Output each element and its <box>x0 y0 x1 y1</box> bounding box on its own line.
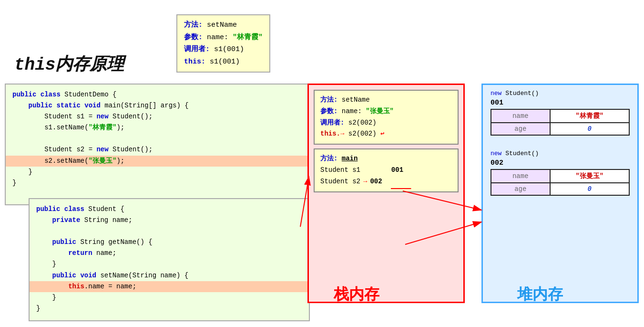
heap-obj1-name-value: "林青霞" <box>550 109 629 123</box>
heap-obj1-header: new Student() <box>491 90 630 97</box>
heap-obj2-name-label: name <box>491 169 550 183</box>
heap-obj2-header: new Student() <box>491 150 630 157</box>
heap-box: new Student() 001 name "林青霞" age 0 new S… <box>481 84 639 303</box>
code-line: s1.setName("林青霞"); <box>12 122 302 133</box>
title-this: this内存原理 <box>14 55 124 75</box>
code-line: } <box>36 303 302 314</box>
heap-label: 堆内存 <box>517 284 563 305</box>
tooltip-box: 方法: setName 参数: name: "林青霞" 调用者: s1(001)… <box>176 14 270 73</box>
code-line: } <box>36 292 302 303</box>
code-line: return name; <box>36 248 302 259</box>
heap-obj1-id: 001 <box>491 99 630 107</box>
heap-obj1: new Student() 001 name "林青霞" age 0 <box>491 90 630 136</box>
code-line: public String getName() { <box>36 237 302 248</box>
code-line <box>36 226 302 237</box>
code-line: Student s1 = new Student(); <box>12 111 302 122</box>
code-line: public class Student { <box>36 204 302 215</box>
tooltip-line3: 调用者: s1(001) <box>184 43 263 56</box>
heap-obj2-age-label: age <box>491 183 550 195</box>
stack-label: 栈内存 <box>334 284 379 305</box>
heap-obj2-name-value: "张曼玉" <box>550 169 629 183</box>
code-box-main: public class StudentDemo { public static… <box>5 84 310 205</box>
stack-box: 方法: setName 参数: name: "张曼玉" 调用者: s2(002)… <box>307 84 465 303</box>
code-line: } <box>36 259 302 270</box>
sf-method: 方法: setName <box>320 95 452 106</box>
heap-obj2-age-value: 0 <box>550 183 629 195</box>
heap-obj1-name-label: name <box>491 109 550 123</box>
stack-frame-main: 方法: main Student s1 001 Student s2 → 002 <box>314 148 459 192</box>
tooltip-line1: 方法: setName <box>184 19 263 32</box>
heap-obj1-age-label: age <box>491 123 550 135</box>
tooltip-line2: 参数: name: "林青霞" <box>184 32 263 44</box>
heap-obj2-id: 002 <box>491 159 630 167</box>
sf-main-method: 方法: main <box>320 153 452 165</box>
code-box-student: public class Student { private String na… <box>29 198 310 321</box>
code-line: private String name; <box>36 215 302 226</box>
code-line: } <box>12 178 302 189</box>
stack-frame-setname: 方法: setName 参数: name: "张曼玉" 调用者: s2(002)… <box>314 90 459 145</box>
code-line: public class StudentDemo { <box>12 89 302 100</box>
heap-obj2: new Student() 002 name "张曼玉" age 0 <box>491 150 630 196</box>
heap-obj1-age-value: 0 <box>550 123 629 135</box>
code-line: public static void main(String[] args) { <box>12 100 302 111</box>
code-line <box>12 133 302 144</box>
code-line: } <box>12 167 302 178</box>
tooltip-line4: this: s1(001) <box>184 56 263 68</box>
sf-s1: Student s1 001 <box>320 165 452 176</box>
code-line: Student s2 = new Student(); <box>12 144 302 155</box>
sf-param: 参数: name: "张曼玉" <box>320 106 452 117</box>
page-title: this内存原理 <box>14 53 124 76</box>
code-line-highlight: this.name = name; <box>30 281 309 292</box>
heap-obj2-table: name "张曼玉" age 0 <box>491 169 630 196</box>
code-line-highlight: s2.setName("张曼玉"); <box>6 156 309 167</box>
heap-obj1-table: name "林青霞" age 0 <box>491 109 630 136</box>
sf-caller: 调用者: s2(002) <box>320 117 452 129</box>
code-line: public void setName(String name) { <box>36 270 302 281</box>
sf-this: this.→ s2(002) ↩ <box>320 128 452 140</box>
sf-s2: Student s2 → 002 <box>320 176 452 188</box>
